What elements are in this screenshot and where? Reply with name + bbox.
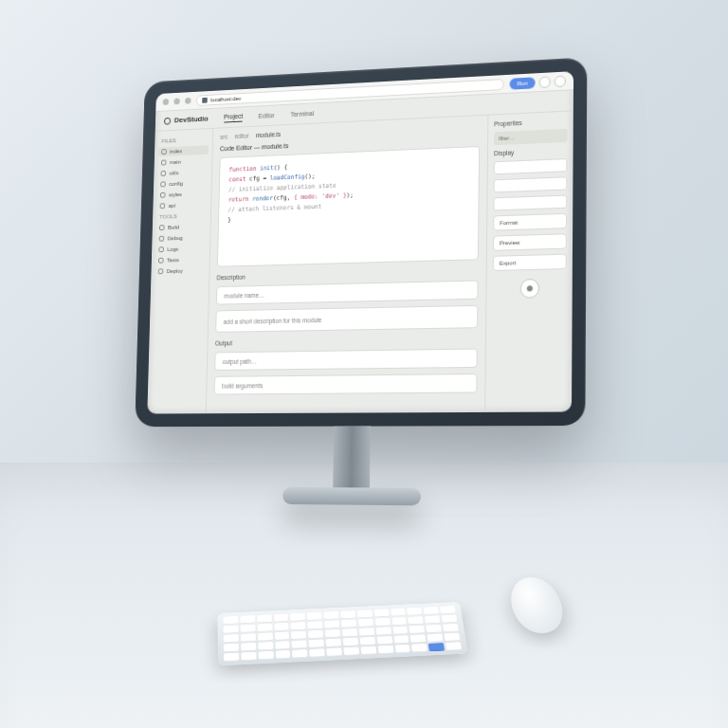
key (425, 615, 441, 624)
key (357, 619, 373, 628)
key (307, 621, 322, 629)
key (375, 627, 391, 635)
tab-terminal[interactable]: Terminal (290, 110, 314, 118)
code-editor[interactable]: function init() { const cfg = loadConfig… (217, 146, 480, 267)
key (325, 629, 341, 638)
panel-header: Properties (494, 118, 567, 128)
key (373, 609, 390, 617)
key (374, 618, 391, 627)
key (241, 652, 256, 661)
panel-group-label: Display (494, 147, 568, 156)
key (292, 640, 307, 648)
run-button[interactable]: Run (510, 77, 536, 89)
url-text: localhost:dev (210, 95, 241, 101)
sidebar-tool-0[interactable]: Build (155, 222, 207, 232)
sidebar-item-1[interactable]: main (157, 156, 209, 168)
monitor-base (282, 487, 421, 505)
sidebar-tool-1[interactable]: Debug (155, 232, 207, 243)
description-input[interactable]: add a short description for this module (215, 305, 478, 333)
key (428, 643, 445, 651)
sidebar-tool-4[interactable]: Deploy (155, 265, 206, 276)
key (241, 643, 256, 651)
key (257, 624, 272, 632)
key (224, 634, 239, 643)
tool-icon (158, 246, 164, 252)
section-description-label: Description (217, 267, 479, 281)
panel-filter-input[interactable]: filter… (494, 129, 568, 146)
menu-icon[interactable] (539, 76, 551, 88)
key (308, 630, 323, 639)
key (324, 620, 339, 628)
file-icon (160, 192, 166, 198)
key (326, 639, 342, 647)
window-control-max[interactable] (185, 98, 191, 104)
key (258, 642, 273, 650)
key (343, 646, 359, 655)
key (394, 645, 410, 653)
key (257, 614, 272, 623)
build-args-input[interactable]: build arguments (214, 373, 478, 395)
app-title: DevStudio (174, 115, 209, 124)
file-icon (160, 203, 166, 209)
panel-field-3[interactable] (493, 195, 567, 211)
sidebar-section-tools: TOOLS (156, 210, 208, 221)
key (341, 620, 356, 628)
sidebar-section-files: FILES (158, 135, 209, 146)
window-control-close[interactable] (163, 99, 169, 105)
app-logo[interactable]: DevStudio (164, 115, 209, 125)
profile-icon[interactable] (555, 75, 566, 87)
tool-icon (158, 268, 164, 274)
panel-field-1[interactable] (494, 158, 568, 174)
format-button[interactable]: Format (493, 213, 567, 231)
tab-project[interactable]: Project (224, 112, 243, 122)
key (407, 608, 423, 616)
crumb-2[interactable]: module.ts (256, 131, 281, 138)
sidebar-item-3[interactable]: config (157, 178, 209, 190)
app-window: localhost:dev Run DevStudio Project Edit… (147, 71, 573, 413)
sidebar-item-5[interactable]: api (156, 200, 208, 211)
key (224, 653, 239, 662)
crumb-0[interactable]: src (220, 134, 228, 140)
module-name-input[interactable]: module name… (216, 280, 479, 304)
sidebar-item-4[interactable]: styles (156, 189, 208, 200)
key (426, 625, 442, 633)
key (358, 628, 374, 636)
export-button[interactable]: Export (493, 254, 567, 271)
key (393, 635, 410, 644)
key (275, 641, 290, 649)
record-icon[interactable] (519, 279, 538, 299)
output-path-input[interactable]: output path… (214, 349, 478, 371)
key (292, 649, 308, 658)
key (444, 633, 460, 642)
file-icon (161, 171, 167, 176)
key (376, 636, 392, 645)
sidebar-item-0[interactable]: index (158, 145, 209, 156)
key (291, 622, 306, 630)
key (326, 647, 342, 656)
file-icon (161, 149, 167, 155)
key (224, 625, 239, 633)
sidebar-tool-2[interactable]: Logs (155, 244, 207, 254)
key (342, 628, 358, 637)
key (410, 626, 426, 634)
panel-field-2[interactable] (494, 176, 568, 192)
window-control-min[interactable] (173, 98, 179, 104)
file-icon (161, 160, 167, 166)
sidebar-item-2[interactable]: utils (157, 167, 209, 178)
sidebar-tool-3[interactable]: Tests (155, 255, 206, 265)
tab-editor[interactable]: Editor (259, 112, 275, 119)
key (360, 646, 376, 655)
key (391, 609, 407, 617)
key (442, 614, 458, 623)
key (411, 644, 428, 652)
key (241, 633, 256, 642)
key (223, 616, 238, 625)
key (377, 646, 393, 654)
monitor-stand (333, 427, 371, 494)
key (391, 617, 408, 626)
crumb-1[interactable]: editor (235, 133, 249, 139)
tool-icon (158, 258, 164, 264)
key (258, 651, 273, 660)
preview-button[interactable]: Preview (493, 233, 567, 251)
tool-icon (159, 225, 165, 230)
